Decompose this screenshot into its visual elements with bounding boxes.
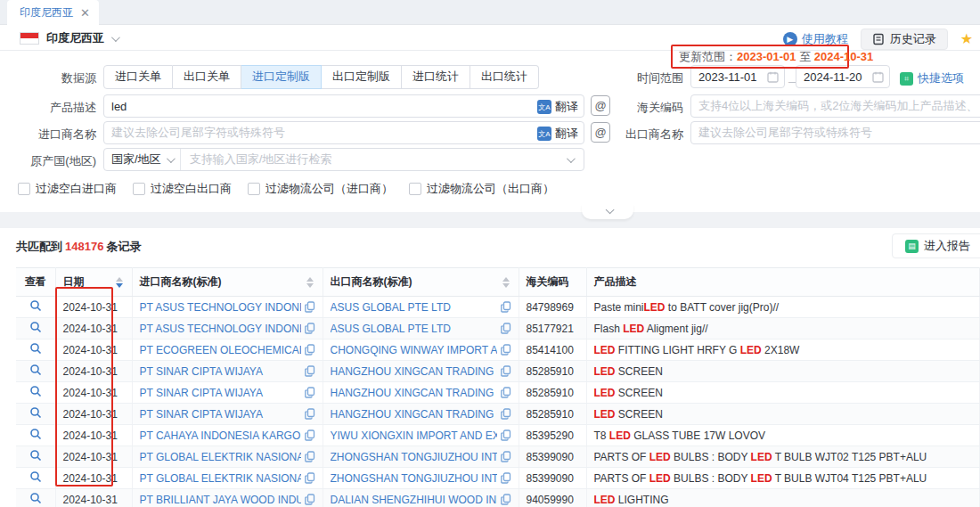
copy-icon[interactable] — [305, 344, 315, 356]
filter-checkbox[interactable]: 过滤空白进口商 — [18, 181, 117, 197]
sort-icon[interactable] — [502, 277, 510, 288]
date-cell: 2024-10-31 — [55, 297, 132, 318]
view-record-button[interactable] — [16, 297, 55, 318]
magnifier-icon[interactable] — [29, 364, 42, 376]
collapse-form-button[interactable] — [582, 204, 633, 219]
exporter-link[interactable]: ZHONGSHAN TONGJIUZHOU INTERNA... — [331, 472, 497, 485]
date-end-input[interactable]: 2024-11-20 — [796, 65, 890, 88]
magnifier-icon[interactable] — [29, 299, 42, 312]
magnifier-icon[interactable] — [29, 321, 42, 333]
exporter-link[interactable]: ZHONGSHAN TONGJIUZHOU INTERNA... — [331, 451, 497, 463]
close-icon[interactable]: ✕ — [80, 6, 90, 20]
copy-icon[interactable] — [305, 323, 315, 334]
country-selector[interactable]: 印度尼西亚 — [20, 30, 118, 46]
view-record-button[interactable] — [16, 468, 55, 489]
view-record-button[interactable] — [16, 382, 55, 404]
copy-icon[interactable] — [305, 408, 315, 420]
data-source-option[interactable]: 出口定制版 — [322, 65, 402, 89]
tutorial-link[interactable]: ▶ 使用教程 — [783, 31, 848, 47]
copy-icon[interactable] — [501, 323, 511, 334]
tab-indonesia[interactable]: 印度尼西亚 ✕ — [7, 0, 99, 25]
data-source-option[interactable]: 进口关单 — [103, 65, 173, 89]
importer-link[interactable]: PT ECOGREEN OLEOCHEMICALS — [140, 344, 301, 356]
view-record-button[interactable] — [16, 339, 55, 361]
origin-input[interactable]: 国家/地区 支持输入国家/地区进行检索 — [103, 148, 584, 171]
copy-icon[interactable] — [501, 408, 511, 420]
filter-checkbox[interactable]: 过滤物流公司（进口商） — [248, 181, 393, 197]
exporter-link[interactable]: ASUS GLOBAL PTE LTD — [331, 301, 497, 314]
importer-link[interactable]: PT SINAR CIPTA WIJAYA — [140, 365, 301, 378]
importer-link[interactable]: PT BRILLIANT JAYA WOOD INDUSTRY — [140, 494, 301, 506]
exporter-link[interactable]: ASUS GLOBAL PTE LTD — [331, 323, 497, 335]
data-source-option[interactable]: 进口定制版 — [241, 65, 322, 89]
date-start-input[interactable]: 2023-11-01 — [690, 65, 785, 88]
view-record-button[interactable] — [16, 404, 55, 425]
magnifier-icon[interactable] — [29, 428, 42, 440]
favorite-star-icon[interactable]: ★ — [960, 32, 973, 46]
checkbox-icon[interactable] — [133, 183, 145, 195]
copy-icon[interactable] — [305, 365, 315, 377]
copy-icon[interactable] — [305, 472, 315, 484]
importer-link[interactable]: PT ASUS TECHNOLOGY INDONESIA BA... — [140, 323, 301, 335]
hs-code-input[interactable]: 支持4位以上海关编码，或2位海关编码加上产品描述、企业名称的任意信息 — [690, 94, 980, 118]
product-desc-input[interactable]: led 文A 翻译 — [103, 94, 584, 118]
view-record-button[interactable] — [16, 425, 55, 446]
magnifier-icon[interactable] — [29, 449, 42, 462]
importer-link[interactable]: PT CAHAYA INDONESIA KARGO — [140, 429, 301, 442]
filter-checkbox[interactable]: 过滤空白出口商 — [133, 181, 232, 197]
magnifier-icon[interactable] — [29, 492, 42, 504]
data-source-option[interactable]: 出口统计 — [470, 65, 539, 89]
data-source-option[interactable]: 出口关单 — [173, 65, 241, 89]
importer-link[interactable]: PT ASUS TECHNOLOGY INDONESIA BA... — [140, 301, 301, 314]
copy-icon[interactable] — [501, 344, 511, 356]
copy-icon[interactable] — [305, 387, 315, 398]
sort-icon[interactable] — [306, 277, 314, 288]
translate-button[interactable]: 文A 翻译 — [537, 126, 578, 142]
exporter-link[interactable]: DALIAN SHENGZHIHUI WOOD INDUST... — [331, 494, 497, 506]
sort-icon[interactable] — [116, 277, 123, 288]
importer-link[interactable]: PT GLOBAL ELEKTRIK NASIONAL — [140, 451, 301, 463]
copy-icon[interactable] — [501, 365, 511, 377]
history-button[interactable]: 历史记录 — [861, 29, 948, 50]
importer-link[interactable]: PT SINAR CIPTA WIJAYA — [140, 387, 301, 399]
view-record-button[interactable] — [16, 318, 55, 339]
magnifier-icon[interactable] — [29, 342, 42, 355]
exporter-link[interactable]: YIWU XIONGXIN IMPORT AND EXPORT... — [331, 429, 497, 442]
importer-link[interactable]: PT GLOBAL ELEKTRIK NASIONAL — [140, 472, 301, 485]
checkbox-icon[interactable] — [248, 183, 260, 195]
translate-button[interactable]: 文A 翻译 — [537, 99, 578, 115]
column-header[interactable]: 进口商名称(标准) — [132, 268, 323, 297]
view-record-button[interactable] — [16, 446, 55, 468]
copy-icon[interactable] — [501, 472, 511, 484]
filter-checkbox[interactable]: 过滤物流公司（出口商） — [409, 181, 554, 197]
view-record-button[interactable] — [16, 361, 55, 382]
quick-options-link[interactable]: ⌗ 快捷选项 — [900, 70, 964, 86]
copy-icon[interactable] — [501, 451, 511, 462]
checkbox-icon[interactable] — [409, 183, 421, 195]
copy-icon[interactable] — [501, 301, 511, 313]
origin-type-select[interactable]: 国家/地区 — [104, 149, 181, 170]
copy-icon[interactable] — [305, 451, 315, 462]
importer-link[interactable]: PT SINAR CIPTA WIJAYA — [140, 408, 301, 421]
magnifier-icon[interactable] — [29, 406, 42, 419]
view-record-button[interactable] — [16, 489, 55, 507]
exporter-link[interactable]: HANGZHOU XINGCAN TRADING CO LTD — [331, 408, 497, 421]
copy-icon[interactable] — [501, 429, 511, 441]
magnifier-icon[interactable] — [29, 385, 42, 397]
column-header[interactable]: 出口商名称(标准) — [323, 268, 519, 297]
data-source-option[interactable]: 进口统计 — [402, 65, 470, 89]
magnifier-icon[interactable] — [29, 470, 42, 483]
importer-input[interactable]: 建议去除公司尾部字符或特殊符号 文A 翻译 — [103, 121, 584, 144]
copy-icon[interactable] — [305, 494, 315, 505]
copy-icon[interactable] — [501, 494, 511, 505]
copy-icon[interactable] — [305, 301, 315, 313]
exporter-link[interactable]: HANGZHOU XINGCAN TRADING CO LTD — [331, 365, 497, 378]
enter-report-button[interactable]: ▤ 进入报告 — [892, 233, 980, 258]
exporter-link[interactable]: HANGZHOU XINGCAN TRADING CO LTD — [331, 387, 497, 399]
exporter-link[interactable]: CHONGQING WINWAY IMPORT AND E... — [331, 344, 497, 356]
copy-icon[interactable] — [305, 429, 315, 441]
checkbox-icon[interactable] — [18, 183, 30, 195]
copy-icon[interactable] — [501, 387, 511, 398]
column-header[interactable]: 日期 — [55, 268, 132, 297]
exporter-input[interactable]: 建议去除公司尾部字符或特殊符号 — [690, 121, 980, 144]
